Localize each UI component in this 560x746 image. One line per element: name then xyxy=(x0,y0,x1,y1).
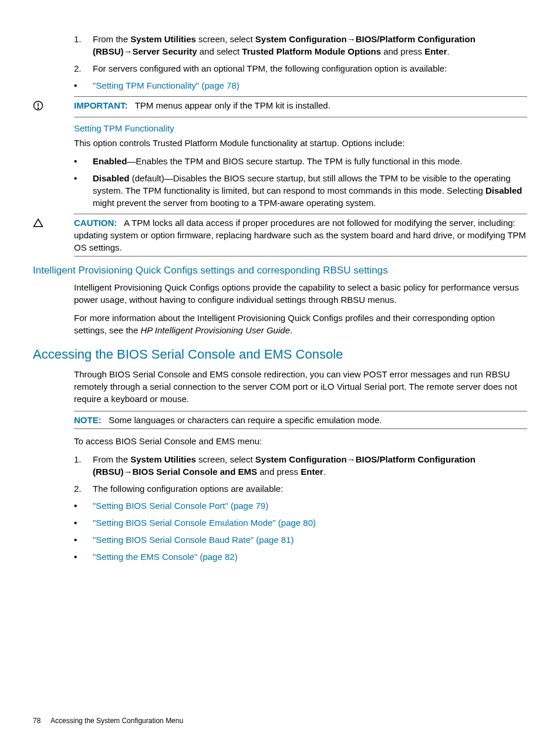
list-item: Disabled (default)—Disables the BIOS sec… xyxy=(93,172,527,209)
tpm-intro: This option controls Trusted Platform Mo… xyxy=(74,137,527,149)
caution-label: CAUTION: xyxy=(74,218,117,228)
bios-links-list: "Setting BIOS Serial Console Port" (page… xyxy=(74,499,527,563)
heading-intelligent-provisioning: Intelligent Provisioning Quick Configs s… xyxy=(33,265,527,276)
step-text: From the System Utilities screen, select… xyxy=(93,33,527,58)
link-bios-baud[interactable]: "Setting BIOS Serial Console Baud Rate" … xyxy=(93,534,294,546)
svg-marker-3 xyxy=(34,219,43,227)
important-label: IMPORTANT: xyxy=(74,100,127,110)
ip-paragraph-1: Intelligent Provisioning Quick Configs o… xyxy=(74,281,527,306)
step-text: From the System Utilities screen, select… xyxy=(93,453,527,478)
page-footer: 78 Accessing the System Configuration Me… xyxy=(33,717,183,725)
caution-icon xyxy=(33,217,74,254)
link-bios-port[interactable]: "Setting BIOS Serial Console Port" (page… xyxy=(93,499,268,512)
step-text: For servers configured with an optional … xyxy=(93,62,447,75)
tpm-link-list: "Setting TPM Functionality" (page 78) xyxy=(74,79,527,92)
link-tpm-functionality[interactable]: "Setting TPM Functionality" (page 78) xyxy=(93,79,239,92)
list-number: 2. xyxy=(74,62,93,75)
important-admonition: IMPORTANT: TPM menus appear only if the … xyxy=(33,96,527,117)
heading-bios-serial-console: Accessing the BIOS Serial Console and EM… xyxy=(33,347,527,362)
bios-paragraph-1: Through BIOS Serial Console and EMS cons… xyxy=(74,368,527,405)
tpm-steps: 1. From the System Utilities screen, sel… xyxy=(74,33,527,75)
note-icon xyxy=(33,414,74,426)
page-number: 78 xyxy=(33,717,41,725)
bios-paragraph-2: To access BIOS Serial Console and EMS me… xyxy=(74,435,527,447)
list-item: Enabled—Enables the TPM and BIOS secure … xyxy=(93,155,462,167)
bios-steps: 1. From the System Utilities screen, sel… xyxy=(74,453,527,495)
step-text: The following configuration options are … xyxy=(93,482,283,495)
list-number: 2. xyxy=(74,482,93,495)
list-number: 1. xyxy=(74,33,93,58)
note-text: Some languages or characters can require… xyxy=(109,415,382,425)
svg-point-2 xyxy=(38,108,39,109)
heading-tpm-functionality: Setting TPM Functionality xyxy=(74,123,527,133)
list-number: 1. xyxy=(74,453,93,478)
link-ems-console[interactable]: "Setting the EMS Console" (page 82) xyxy=(93,551,238,563)
ip-paragraph-2: For more information about the Intellige… xyxy=(74,312,527,336)
important-icon xyxy=(33,99,74,114)
tpm-options-list: Enabled—Enables the TPM and BIOS secure … xyxy=(74,155,527,209)
caution-admonition: CAUTION: A TPM locks all data access if … xyxy=(33,214,527,256)
footer-title: Accessing the System Configuration Menu xyxy=(50,717,183,725)
important-text: TPM menus appear only if the TPM kit is … xyxy=(135,100,330,110)
note-admonition: NOTE: Some languages or characters can r… xyxy=(33,411,527,429)
note-label: NOTE: xyxy=(74,415,102,425)
caution-text: A TPM locks all data access if proper pr… xyxy=(74,218,526,252)
link-bios-emulation[interactable]: "Setting BIOS Serial Console Emulation M… xyxy=(93,517,316,529)
